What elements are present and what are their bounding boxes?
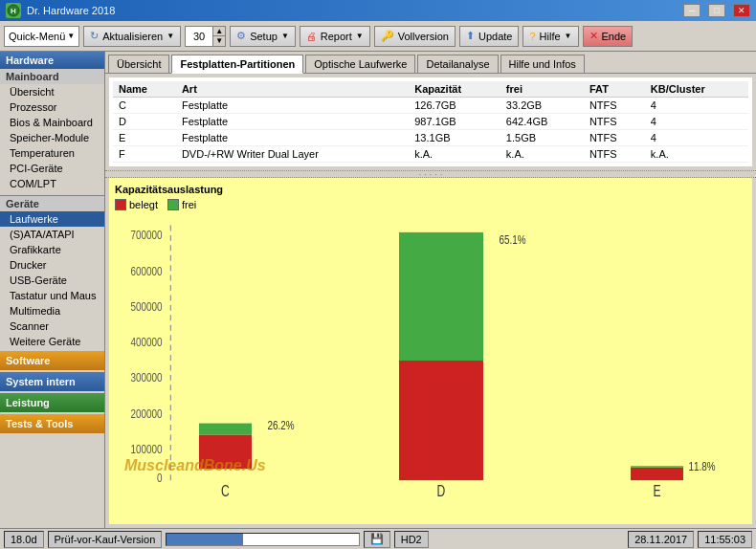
svg-text:E: E <box>653 482 660 499</box>
table-row[interactable]: DFestplatte987.1GB642.4GBNTFS4 <box>113 114 748 130</box>
close-button[interactable]: ✕ <box>733 4 750 17</box>
bar-d-free <box>399 232 483 361</box>
setup-arrow: ▼ <box>281 32 289 40</box>
statusbar: 18.0d Prüf-vor-Kauf-Version 💾 HD2 28.11.… <box>0 528 756 549</box>
report-arrow: ▼ <box>356 32 364 40</box>
sidebar-item-drucker[interactable]: Drucker <box>0 257 104 273</box>
table-cell-name: F <box>113 146 176 163</box>
report-button[interactable]: 🖨 Report ▼ <box>300 26 370 47</box>
sidebar-item-multimedia[interactable]: Multimedia <box>0 303 104 318</box>
sidebar-item-pci[interactable]: PCI-Geräte <box>0 161 104 176</box>
sidebar-item-uebersicht[interactable]: Übersicht <box>0 84 104 99</box>
table-cell-kapazitaet: 13.1GB <box>409 130 500 146</box>
table-cell-kb_cluster: 4 <box>645 130 748 146</box>
table-row[interactable]: FDVD-/+RW Writer Dual Layerk.A.k.A.NTFSk… <box>113 146 748 163</box>
col-kb-cluster: KB/Cluster <box>645 81 748 98</box>
table-cell-name: C <box>113 98 176 114</box>
sidebar-item-bios[interactable]: Bios & Mainboard <box>0 115 104 130</box>
statusbar-edition: Prüf-vor-Kauf-Version <box>48 531 163 548</box>
tab-optische[interactable]: Optische Laufwerke <box>305 55 415 73</box>
table-cell-fat: NTFS <box>584 114 645 130</box>
table-cell-art: Festplatte <box>176 130 409 146</box>
svg-text:C: C <box>221 482 230 499</box>
update-button[interactable]: ⬆ Update <box>459 26 519 47</box>
vollversion-icon: 🔑 <box>381 30 394 42</box>
sidebar-item-com[interactable]: COM/LPT <box>0 176 104 191</box>
sidebar-item-laufwerke[interactable]: Laufwerke <box>0 211 104 227</box>
statusbar-version: 18.0d <box>4 531 44 548</box>
svg-text:11.8%: 11.8% <box>689 458 716 472</box>
resize-divider[interactable]: · · · · · <box>105 170 756 178</box>
table-row[interactable]: CFestplatte126.7GB33.2GBNTFS4 <box>113 98 748 114</box>
table-cell-kb_cluster: 4 <box>645 114 748 130</box>
app-title: Dr. Hardware 2018 <box>27 5 115 16</box>
tab-bar: Übersicht Festplatten-Partitionen Optisc… <box>105 52 756 74</box>
statusbar-date: 28.11.2017 <box>628 531 694 548</box>
sidebar-mainboard-section: Mainboard <box>0 69 104 84</box>
content-area: Übersicht Festplatten-Partitionen Optisc… <box>105 52 756 528</box>
table-cell-fat: NTFS <box>584 146 645 163</box>
sidebar-leistung-category[interactable]: Leistung <box>0 393 104 412</box>
table-cell-frei: 642.4GB <box>500 114 584 130</box>
sidebar-item-prozessor[interactable]: Prozessor <box>0 99 104 115</box>
sidebar-software-category[interactable]: Software <box>0 351 104 370</box>
table-cell-kapazitaet: 126.7GB <box>409 98 500 114</box>
tab-uebersicht[interactable]: Übersicht <box>108 55 169 73</box>
vollversion-button[interactable]: 🔑 Vollversion <box>374 26 456 47</box>
sidebar-system-intern-category[interactable]: System intern <box>0 372 104 391</box>
setup-icon: ⚙ <box>236 30 246 42</box>
sidebar-item-speicher[interactable]: Speicher-Module <box>0 130 104 145</box>
report-label: Report <box>321 31 352 42</box>
sidebar-item-grafik[interactable]: Grafikkarte <box>0 242 104 257</box>
maximize-button[interactable]: □ <box>708 4 725 17</box>
setup-label: Setup <box>250 31 278 42</box>
tab-festplatten[interactable]: Festplatten-Partitionen <box>171 55 303 74</box>
minimize-button[interactable]: ─ <box>683 4 700 17</box>
drive-icon: 💾 <box>370 533 384 545</box>
sidebar-item-scanner[interactable]: Scanner <box>0 318 104 334</box>
sidebar-item-usb[interactable]: USB-Geräte <box>0 273 104 288</box>
ende-button[interactable]: ✕ Ende <box>583 26 634 47</box>
sidebar-tests-tools-label: Tests & Tools <box>6 418 74 429</box>
legend-belegt-color <box>115 199 126 210</box>
sidebar-tests-tools-category[interactable]: Tests & Tools <box>0 414 104 433</box>
statusbar-progress <box>166 533 359 546</box>
chart-area: Kapazitätsauslastung belegt frei 700000 … <box>109 178 752 524</box>
hilfe-icon: ? <box>529 31 535 42</box>
tab-detailanalyse[interactable]: Detailanalyse <box>417 55 498 73</box>
table-row[interactable]: EFestplatte13.1GB1.5GBNTFS4 <box>113 130 748 146</box>
sidebar-software-label: Software <box>6 355 50 366</box>
col-name: Name <box>113 81 176 98</box>
svg-text:500000: 500000 <box>131 298 163 313</box>
hilfe-button[interactable]: ? Hilfe ▼ <box>523 26 578 47</box>
aktualisieren-button[interactable]: ↻ Aktualisieren ▼ <box>83 26 181 47</box>
sidebar-item-satapi[interactable]: (S)ATA/ATAPI <box>0 227 104 242</box>
tab-hilfe[interactable]: Hilfe und Infos <box>500 55 585 73</box>
setup-button[interactable]: ⚙ Setup ▼ <box>230 26 296 47</box>
spinner-input[interactable] <box>186 27 212 46</box>
sidebar-item-weitere[interactable]: Weitere Geräte <box>0 334 104 349</box>
sidebar-item-temperaturen[interactable]: Temperaturen <box>0 145 104 161</box>
legend-frei-color <box>167 199 179 210</box>
toolbar: Quick-Menü ▼ ↻ Aktualisieren ▼ ▲ ▼ ⚙ Set… <box>0 21 756 52</box>
table-cell-art: Festplatte <box>176 98 409 114</box>
spinner-down[interactable]: ▼ <box>213 36 225 46</box>
statusbar-drive: HD2 <box>394 531 429 548</box>
aktualisieren-arrow: ▼ <box>167 32 174 40</box>
table-cell-kb_cluster: k.A. <box>645 146 748 163</box>
table-cell-frei: 33.2GB <box>500 98 584 114</box>
partitions-table-area: Name Art Kapazität frei FAT KB/Cluster C… <box>109 77 752 166</box>
sidebar-item-tastatur[interactable]: Tastatur und Maus <box>0 288 104 303</box>
ende-icon: ✕ <box>589 30 598 42</box>
quickmenu-dropdown[interactable]: Quick-Menü ▼ <box>4 26 79 47</box>
col-fat: FAT <box>584 81 645 98</box>
spinner-up[interactable]: ▲ <box>213 27 225 36</box>
legend-belegt: belegt <box>115 199 158 210</box>
bar-e-free <box>631 466 683 467</box>
hilfe-arrow: ▼ <box>565 32 572 40</box>
sidebar-hardware-header[interactable]: Hardware <box>0 52 104 69</box>
chart-legend: belegt frei <box>115 199 746 210</box>
legend-belegt-label: belegt <box>129 199 158 210</box>
sidebar: Hardware Mainboard Übersicht Prozessor B… <box>0 52 105 528</box>
table-cell-frei: 1.5GB <box>500 130 584 146</box>
